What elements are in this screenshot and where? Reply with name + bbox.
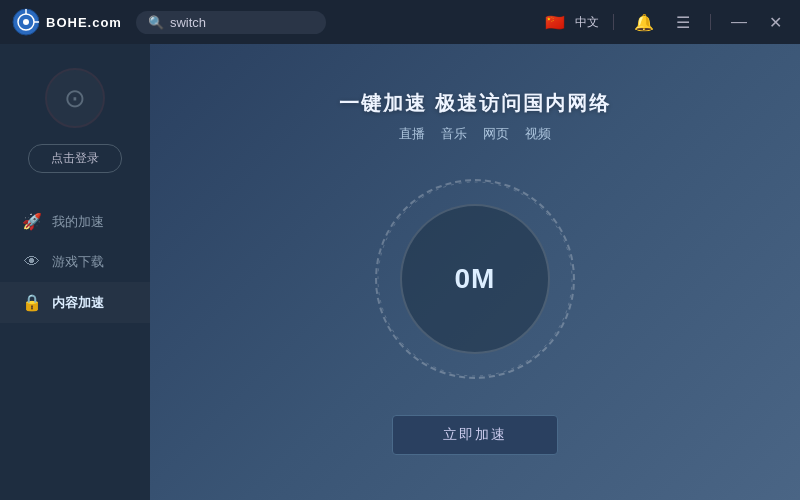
sidebar-label-game-download: 游戏下载 xyxy=(52,253,104,271)
tag-web: 网页 xyxy=(483,125,509,143)
tag-live: 直播 xyxy=(399,125,425,143)
speed-circle-wrapper: 0M xyxy=(375,179,575,379)
rocket-icon: 🚀 xyxy=(22,212,42,231)
menu-icon[interactable]: ☰ xyxy=(670,11,696,34)
close-button[interactable]: ✕ xyxy=(763,11,788,34)
lang-text: 中文 xyxy=(575,14,599,31)
content-area: 一键加速 极速访问国内网络 直播 音乐 网页 视频 0M 立即加速 xyxy=(150,44,800,500)
divider-v xyxy=(613,14,614,30)
bohe-logo-icon xyxy=(12,8,40,36)
tag-video: 视频 xyxy=(525,125,551,143)
game-icon: 👁 xyxy=(22,253,42,271)
search-box[interactable]: 🔍 xyxy=(136,11,326,34)
logo-text: BOHE.com xyxy=(46,15,122,30)
speed-value: 0M xyxy=(455,263,496,295)
minimize-button[interactable]: — xyxy=(725,11,753,33)
lock-icon: 🔒 xyxy=(22,293,42,312)
title-bar: BOHE.com 🔍 🇨🇳 中文 🔔 ☰ — ✕ xyxy=(0,0,800,44)
notification-icon[interactable]: 🔔 xyxy=(628,11,660,34)
login-button[interactable]: 点击登录 xyxy=(28,144,122,173)
divider-v2 xyxy=(710,14,711,30)
search-icon: 🔍 xyxy=(148,15,164,30)
sidebar-item-content-accelerate[interactable]: 🔒 内容加速 xyxy=(0,282,150,323)
avatar-icon: ⊙ xyxy=(64,83,86,114)
sidebar-label-my-accelerate: 我的加速 xyxy=(52,213,104,231)
title-bar-right: 🇨🇳 中文 🔔 ☰ — ✕ xyxy=(545,11,788,34)
search-input[interactable] xyxy=(170,15,310,30)
sidebar-item-game-download[interactable]: 👁 游戏下载 xyxy=(0,242,150,282)
headline: 一键加速 极速访问国内网络 xyxy=(339,90,611,117)
logo-area: BOHE.com xyxy=(12,8,122,36)
sidebar-item-my-accelerate[interactable]: 🚀 我的加速 xyxy=(0,201,150,242)
tag-music: 音乐 xyxy=(441,125,467,143)
avatar: ⊙ xyxy=(45,68,105,128)
subtitle-tags: 直播 音乐 网页 视频 xyxy=(399,125,551,143)
sidebar-label-content-accelerate: 内容加速 xyxy=(52,294,104,312)
main-layout: ⊙ 点击登录 🚀 我的加速 👁 游戏下载 🔒 内容加速 一键加速 极速访问国内网… xyxy=(0,44,800,500)
speed-circle-inner: 0M xyxy=(400,204,550,354)
sidebar: ⊙ 点击登录 🚀 我的加速 👁 游戏下载 🔒 内容加速 xyxy=(0,44,150,500)
svg-point-2 xyxy=(23,19,29,25)
accelerate-button[interactable]: 立即加速 xyxy=(392,415,558,455)
flag-icon: 🇨🇳 xyxy=(545,13,565,32)
